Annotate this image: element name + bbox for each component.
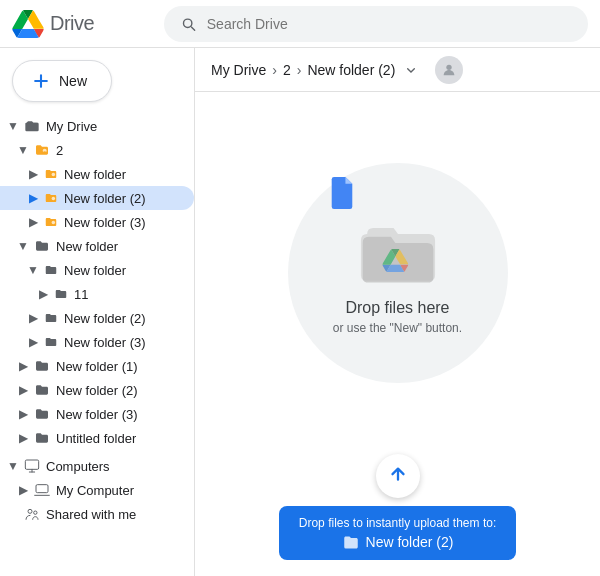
folder-icon xyxy=(32,430,52,446)
tree-label-nf2-l2c: New folder (2) xyxy=(64,311,146,326)
chevron-right-icon: ▶ xyxy=(14,405,32,423)
tree-label-2: 2 xyxy=(56,143,63,158)
new-button[interactable]: New xyxy=(12,60,112,102)
sidebar-item-newfolder-l1[interactable]: ▼ New folder xyxy=(0,234,194,258)
svg-rect-5 xyxy=(25,460,38,469)
chevron-right-icon: ▶ xyxy=(24,309,42,327)
new-plus-icon xyxy=(31,71,51,91)
sidebar-item-nf3-l1[interactable]: ▶ New folder (3) xyxy=(0,402,194,426)
mydrive-icon xyxy=(22,118,42,134)
tree-label-newfolder-l2c: New folder xyxy=(64,263,126,278)
tree-label-newfolder2: New folder (2) xyxy=(64,191,146,206)
sidebar-item-nf2-l2c[interactable]: ▶ New folder (2) xyxy=(0,306,194,330)
tree-label-11: 11 xyxy=(74,287,88,302)
chevron-down-icon: ▼ xyxy=(4,117,22,135)
upload-banner-title: Drop files to instantly upload them to: xyxy=(299,516,496,530)
sidebar-item-untitled[interactable]: ▶ Untitled folder xyxy=(0,426,194,450)
logo-area: Drive xyxy=(12,10,152,38)
upload-banner[interactable]: Drop files to instantly upload them to: … xyxy=(279,506,516,560)
search-bar[interactable] xyxy=(164,6,588,42)
chevron-right-icon: ▶ xyxy=(24,333,42,351)
sidebar-item-newfolder[interactable]: ▶ New folder xyxy=(0,162,194,186)
chevron-right-icon: ▶ xyxy=(14,357,32,375)
breadcrumb-mydrive[interactable]: My Drive xyxy=(211,62,266,78)
svg-point-9 xyxy=(447,64,452,69)
sidebar: New ▼ My Drive ▼ 2 ▶ xyxy=(0,48,195,576)
breadcrumb-avatar[interactable] xyxy=(435,56,463,84)
shared-folder-icon xyxy=(42,167,60,181)
laptop-icon xyxy=(32,482,52,498)
sidebar-item-mycomputer[interactable]: ▶ My Computer xyxy=(0,478,194,502)
mydrive-label: My Drive xyxy=(46,119,97,134)
search-icon xyxy=(180,15,197,33)
folder-icon xyxy=(32,238,52,254)
tree-label-newfolder3: New folder (3) xyxy=(64,215,146,230)
drop-subtext: or use the "New" button. xyxy=(333,321,462,335)
sidebar-item-nf1-l1[interactable]: ▶ New folder (1) xyxy=(0,354,194,378)
drag-file-icon xyxy=(328,177,356,209)
upload-arrow-button[interactable] xyxy=(376,454,420,498)
chevron-right-icon: ▶ xyxy=(14,429,32,447)
shared-icon xyxy=(22,506,42,522)
drop-text: Drop files here xyxy=(345,299,449,317)
chevron-down-icon: ▼ xyxy=(14,237,32,255)
sidebar-item-11[interactable]: ▶ 11 xyxy=(0,282,194,306)
sidebar-item-shared[interactable]: Shared with me xyxy=(0,502,194,526)
chevron-right-icon: ▶ xyxy=(34,285,52,303)
breadcrumb-sep1: › xyxy=(272,62,277,78)
sidebar-item-nf3-l2c[interactable]: ▶ New folder (3) xyxy=(0,330,194,354)
chevron-right-icon: ▶ xyxy=(24,213,42,231)
chevron-right-icon: ▶ xyxy=(24,165,42,183)
drop-circle: + Copy Drop files here or use the "New" … xyxy=(288,163,508,383)
drive-logo-icon xyxy=(12,10,44,38)
svg-rect-0 xyxy=(25,123,38,132)
shared-folder-icon xyxy=(42,215,60,229)
upload-arrow-icon xyxy=(387,465,409,487)
sidebar-item-mydrive[interactable]: ▼ My Drive xyxy=(0,114,194,138)
folder-icon xyxy=(42,335,60,349)
svg-point-7 xyxy=(28,509,32,513)
chevron-right-icon: ▶ xyxy=(14,481,32,499)
computers-label: Computers xyxy=(46,459,110,474)
breadcrumb-sep2: › xyxy=(297,62,302,78)
folder-icon xyxy=(32,406,52,422)
upload-banner-folder: New folder (2) xyxy=(299,534,496,550)
header: Drive xyxy=(0,0,600,48)
main-layout: New ▼ My Drive ▼ 2 ▶ xyxy=(0,48,600,576)
search-input[interactable] xyxy=(207,16,572,32)
breadcrumb-current: New folder (2) xyxy=(307,62,395,78)
breadcrumb-dropdown-icon[interactable] xyxy=(401,60,421,80)
sidebar-item-computers[interactable]: ▼ Computers xyxy=(0,454,194,478)
upload-folder-icon xyxy=(342,535,360,550)
chevron-right-icon: ▶ xyxy=(14,381,32,399)
upload-area: Drop files to instantly upload them to: … xyxy=(279,454,516,576)
tree-label-untitled: Untitled folder xyxy=(56,431,136,446)
computer-icon xyxy=(22,458,42,474)
svg-point-2 xyxy=(52,173,56,177)
sidebar-item-newfolder-l2c[interactable]: ▼ New folder xyxy=(0,258,194,282)
mycomputer-label: My Computer xyxy=(56,483,134,498)
logo-text: Drive xyxy=(50,12,94,35)
folder-icon xyxy=(42,263,60,277)
breadcrumb-2[interactable]: 2 xyxy=(283,62,291,78)
sidebar-item-nf2-l1[interactable]: ▶ New folder (2) xyxy=(0,378,194,402)
chevron-down-icon: ▼ xyxy=(24,261,42,279)
folder-icon xyxy=(32,382,52,398)
sidebar-item-newfolder3[interactable]: ▶ New folder (3) xyxy=(0,210,194,234)
drop-zone: + Copy Drop files here or use the "New" … xyxy=(195,92,600,576)
shared-folder-icon xyxy=(32,142,52,158)
tree-label-nf2-l1: New folder (2) xyxy=(56,383,138,398)
sidebar-item-newfolder2[interactable]: ▶ New folder (2) xyxy=(0,186,194,210)
tree-label-nf3-l2c: New folder (3) xyxy=(64,335,146,350)
svg-point-8 xyxy=(34,511,37,514)
shared-folder-icon xyxy=(42,191,60,205)
drop-folder-icon xyxy=(353,212,443,287)
sidebar-item-2[interactable]: ▼ 2 xyxy=(0,138,194,162)
tree-label-nf1-l1: New folder (1) xyxy=(56,359,138,374)
tree-label-newfolder-l1: New folder xyxy=(56,239,118,254)
breadcrumb: My Drive › 2 › New folder (2) xyxy=(195,48,600,92)
folder-icon xyxy=(32,358,52,374)
chevron-right-icon: ▶ xyxy=(24,189,42,207)
folder-icon xyxy=(52,287,70,301)
content-area: My Drive › 2 › New folder (2) xyxy=(195,48,600,576)
